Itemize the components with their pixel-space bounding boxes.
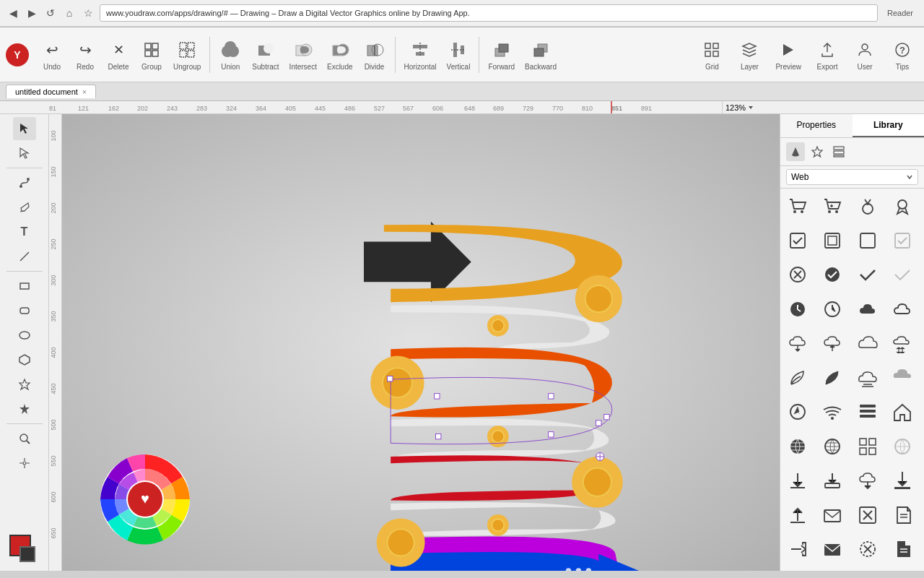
icon-grid2[interactable] bbox=[853, 432, 882, 461]
icon-mail2[interactable] bbox=[818, 535, 847, 564]
forward-button[interactable]: ▶ bbox=[25, 6, 39, 20]
icon-globe3[interactable] bbox=[888, 432, 917, 461]
ungroup-button[interactable]: Ungroup bbox=[169, 35, 205, 74]
icon-checkbox-border[interactable] bbox=[818, 226, 847, 255]
backward-button[interactable]: Backward bbox=[520, 35, 561, 74]
vertical-button[interactable]: Vertical bbox=[443, 35, 475, 74]
icon-download1[interactable] bbox=[783, 466, 812, 495]
redo-button[interactable]: ↪ Redo bbox=[69, 35, 101, 74]
zoom-bar[interactable]: 123% bbox=[722, 101, 780, 114]
icon-checkbox-light[interactable] bbox=[888, 226, 917, 255]
icon-clock-outline[interactable] bbox=[818, 295, 847, 324]
icon-globe1[interactable] bbox=[783, 432, 812, 461]
icon-home[interactable] bbox=[888, 397, 917, 426]
icon-compass[interactable] bbox=[783, 397, 812, 426]
intersect-button[interactable]: Intersect bbox=[285, 35, 321, 74]
icon-cloud-upload[interactable] bbox=[818, 329, 847, 358]
icon-enter[interactable] bbox=[783, 535, 812, 564]
canvas-area[interactable]: 100 150 200 250 300 350 400 450 500 550 … bbox=[49, 114, 780, 571]
layers-icon-btn[interactable] bbox=[829, 142, 848, 161]
icon-checkbox-empty[interactable] bbox=[853, 226, 882, 255]
handle-bl[interactable] bbox=[435, 434, 440, 439]
color-swatches[interactable] bbox=[6, 532, 43, 568]
subtract-button[interactable]: Subtract bbox=[248, 35, 283, 74]
line-tool[interactable] bbox=[13, 245, 36, 268]
forward-button[interactable]: Forward bbox=[484, 35, 519, 74]
back-button[interactable]: ◀ bbox=[6, 6, 20, 20]
layer-button[interactable]: Layer bbox=[733, 35, 765, 74]
icon-ribbon[interactable] bbox=[888, 191, 917, 220]
icon-leaf2[interactable] bbox=[818, 363, 847, 392]
icon-cloud2[interactable] bbox=[888, 295, 917, 324]
union-button[interactable]: Union bbox=[214, 35, 246, 74]
export-button[interactable]: Export bbox=[811, 35, 843, 74]
icon-globe2[interactable] bbox=[818, 432, 847, 461]
icon-cloud-download[interactable] bbox=[783, 329, 812, 358]
handle-tr[interactable] bbox=[549, 394, 554, 399]
special-tool[interactable] bbox=[13, 397, 36, 420]
icon-cloud1[interactable] bbox=[853, 295, 882, 324]
handle-tm[interactable] bbox=[435, 394, 440, 399]
icon-cloud-dl[interactable] bbox=[853, 466, 882, 495]
icon-mail[interactable] bbox=[818, 501, 847, 530]
icon-check-thin[interactable] bbox=[888, 260, 917, 289]
select-tool[interactable] bbox=[13, 117, 36, 140]
icon-upload2[interactable] bbox=[783, 501, 812, 530]
home-button[interactable]: ⌂ bbox=[62, 6, 77, 20]
rect-tool[interactable] bbox=[13, 275, 36, 298]
icon-doc2[interactable] bbox=[888, 535, 917, 564]
icon-clock-full[interactable] bbox=[783, 295, 812, 324]
bookmark-button[interactable]: ☆ bbox=[81, 6, 95, 20]
color-wheel[interactable]: ♥ bbox=[98, 452, 192, 549]
icon-check-bold[interactable] bbox=[853, 260, 882, 289]
refresh-button[interactable]: ↺ bbox=[43, 6, 58, 20]
icon-cloud-snow[interactable] bbox=[888, 329, 917, 358]
icon-list[interactable] bbox=[853, 397, 882, 426]
url-bar[interactable] bbox=[100, 4, 878, 22]
fill-icon-btn[interactable] bbox=[786, 142, 805, 161]
properties-tab[interactable]: Properties bbox=[780, 114, 853, 137]
icon-wifi[interactable] bbox=[818, 397, 847, 426]
polygon-tool[interactable] bbox=[13, 348, 36, 371]
icon-download2[interactable] bbox=[818, 466, 847, 495]
divide-button[interactable]: Divide bbox=[359, 35, 391, 74]
icon-check-circle-filled[interactable] bbox=[818, 260, 847, 289]
icon-x-circle[interactable] bbox=[783, 260, 812, 289]
tab-close-button[interactable]: × bbox=[82, 87, 87, 96]
group-button[interactable]: Group bbox=[136, 35, 167, 74]
icon-cart2[interactable] bbox=[818, 191, 847, 220]
horizontal-button[interactable]: Horizontal bbox=[400, 35, 441, 74]
icon-cloud-outline[interactable] bbox=[853, 329, 882, 358]
handle-mr[interactable] bbox=[604, 414, 609, 419]
star-icon-btn[interactable] bbox=[808, 142, 827, 161]
library-tab[interactable]: Library bbox=[853, 114, 925, 137]
ellipse-tool[interactable] bbox=[13, 324, 36, 347]
node-tool[interactable] bbox=[13, 171, 36, 194]
text-tool[interactable]: T bbox=[13, 220, 36, 243]
undo-button[interactable]: ↩ Undo bbox=[36, 35, 68, 74]
handle-tl[interactable] bbox=[388, 376, 393, 381]
delete-button[interactable]: ✕ Delete bbox=[103, 35, 134, 74]
icon-cloud3[interactable] bbox=[853, 363, 882, 392]
document-tab[interactable]: untitled document × bbox=[6, 85, 96, 98]
direct-select-tool[interactable] bbox=[13, 142, 36, 165]
icon-doc[interactable] bbox=[888, 501, 917, 530]
exclude-button[interactable]: Exclude bbox=[323, 35, 357, 74]
icon-x-box[interactable] bbox=[853, 501, 882, 530]
handle-br[interactable] bbox=[596, 420, 601, 426]
pen-tool[interactable] bbox=[13, 196, 36, 219]
icon-checkbox-checked[interactable] bbox=[783, 226, 812, 255]
icon-download3[interactable] bbox=[888, 466, 917, 495]
user-button[interactable]: User bbox=[849, 35, 881, 74]
icon-x-circle2[interactable] bbox=[853, 535, 882, 564]
handle-bm[interactable] bbox=[549, 432, 554, 437]
zoom-tool[interactable] bbox=[13, 427, 36, 450]
preview-button[interactable]: Preview bbox=[771, 35, 806, 74]
icon-cart1[interactable] bbox=[783, 191, 812, 220]
icon-cloud4[interactable] bbox=[888, 363, 917, 392]
pan-tool[interactable] bbox=[13, 452, 36, 475]
secondary-color-swatch[interactable] bbox=[19, 546, 35, 562]
rounded-rect-tool[interactable] bbox=[13, 299, 36, 322]
icon-medal[interactable] bbox=[853, 191, 882, 220]
grid-button[interactable]: Grid bbox=[696, 35, 728, 74]
